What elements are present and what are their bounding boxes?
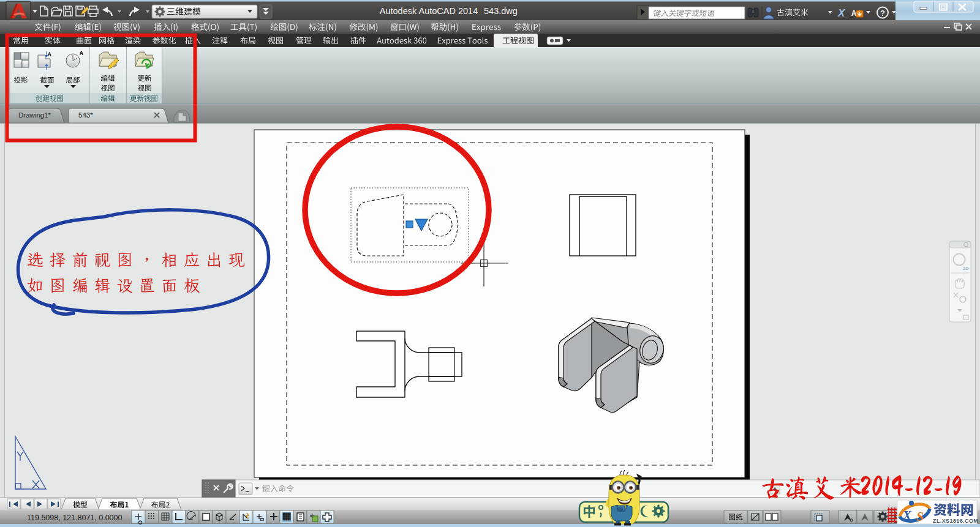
svg-text:543.dwg: 543.dwg: [484, 6, 518, 16]
svg-text:Drawing1*: Drawing1*: [18, 111, 51, 119]
svg-text:X: X: [902, 508, 912, 523]
svg-text:543*: 543*: [78, 111, 93, 119]
svg-text:X: X: [837, 7, 846, 19]
svg-text:119.5098, 121.8071, 0.0000: 119.5098, 121.8071, 0.0000: [27, 514, 123, 522]
svg-text:Autodesk AutoCAD 2014: Autodesk AutoCAD 2014: [380, 6, 478, 16]
svg-text:?: ?: [880, 9, 885, 18]
svg-text:S: S: [916, 509, 924, 524]
svg-text:2D: 2D: [963, 266, 969, 271]
svg-text:ZL.XS1616.COM: ZL.XS1616.COM: [933, 518, 978, 524]
